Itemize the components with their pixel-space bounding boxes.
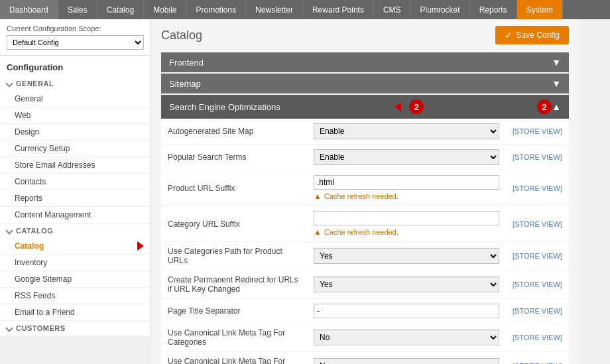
nav-item-catalog[interactable]: Catalog (97, 0, 144, 19)
warn-icon: ▲ (314, 227, 322, 237)
form-row-3: Category URL Suffix▲Cache refresh needed… (161, 206, 569, 242)
field-label-2: Product URL Suffix (161, 170, 307, 206)
save-config-button[interactable]: ✓ Save Config (495, 26, 569, 44)
field-select-4[interactable]: YesNo (314, 248, 499, 264)
sidebar-item-store-email-addresses[interactable]: Store Email Addresses (0, 157, 151, 174)
content-header: Catalog ✓ Save Config (161, 26, 569, 44)
warn-icon: ▲ (314, 192, 322, 201)
page-title: Catalog (161, 29, 202, 42)
nav-item-dashboard[interactable]: Dashboard (0, 0, 58, 19)
accordion-header-2[interactable]: Search Engine Optimizations22▲ (161, 95, 569, 119)
form-row-2: Product URL Suffix▲Cache refresh needed.… (161, 170, 569, 206)
sidebar-item-label: Catalog (15, 241, 44, 251)
sidebar-item-label: Reports (15, 194, 42, 203)
field-label-6: Page Title Separator (161, 299, 307, 324)
sidebar-item-catalog[interactable]: Catalog (0, 238, 151, 255)
cache-text: Cache refresh needed. (324, 192, 398, 200)
store-view-link-8[interactable]: [STORE VIEW] (506, 352, 569, 365)
store-view-link-4[interactable]: [STORE VIEW] (506, 242, 569, 271)
form-row-8: Use Canonical Link Meta Tag For Products… (161, 352, 569, 365)
nav-item-newsletter[interactable]: Newsletter (246, 0, 303, 19)
sidebar-group-general[interactable]: GENERAL (0, 76, 151, 91)
store-view-link-0[interactable]: [STORE VIEW] (506, 119, 569, 145)
sidebar-item-label: Email to a Friend (15, 308, 75, 317)
config-form-table: Autogenerated Site MapEnableDisable[STOR… (161, 119, 569, 364)
accordion-section-2: Search Engine Optimizations22▲Autogenera… (161, 95, 569, 364)
sidebar-item-inventory[interactable]: Inventory (0, 255, 151, 271)
field-label-5: Create Permanent Redirect for URLs if UR… (161, 271, 307, 299)
scope-select[interactable]: Default Config (7, 35, 144, 50)
field-select-8[interactable]: NoYes (314, 358, 499, 364)
active-indicator-arrow (137, 241, 144, 251)
header-arrow-pointer (395, 102, 401, 111)
group-arrow-general (5, 80, 13, 87)
scope-label: Current Configuration Scope: (7, 25, 144, 32)
sidebar-item-design[interactable]: Design (0, 124, 151, 141)
store-view-link-5[interactable]: [STORE VIEW] (506, 271, 569, 299)
form-row-7: Use Canonical Link Meta Tag For Categori… (161, 324, 569, 352)
sidebar-item-label: Inventory (15, 258, 47, 267)
field-input-6[interactable] (314, 304, 499, 318)
field-select-7[interactable]: NoYes (314, 330, 499, 345)
sidebar-item-label: Content Management (15, 210, 91, 219)
sidebar-item-email-to-a-friend[interactable]: Email to a Friend (0, 304, 151, 321)
store-view-link-7[interactable]: [STORE VIEW] (506, 324, 569, 352)
cache-text: Cache refresh needed. (324, 228, 398, 236)
accordion-section-0: Frontend▼ (161, 52, 569, 72)
sidebar-item-label: RSS Feeds (15, 291, 55, 300)
sidebar-item-content-management[interactable]: Content Management (0, 207, 151, 223)
section-badge: 2 (409, 99, 424, 114)
accordion-chevron-2: ▲ (552, 101, 561, 112)
cache-notice-3: ▲Cache refresh needed. (314, 227, 499, 237)
accordion-header-0[interactable]: Frontend▼ (161, 52, 569, 72)
sidebar-item-reports[interactable]: Reports (0, 190, 151, 207)
store-view-link-1[interactable]: [STORE VIEW] (506, 145, 569, 170)
nav-item-promotions[interactable]: Promotions (186, 0, 246, 19)
field-label-4: Use Categories Path for Product URLs (161, 242, 307, 271)
sidebar-item-label: Google Sitemap (15, 274, 72, 284)
section-content: Autogenerated Site MapEnableDisable[STOR… (161, 119, 569, 364)
sidebar-item-general[interactable]: General (0, 91, 151, 107)
nav-item-sales[interactable]: Sales (58, 0, 97, 19)
field-label-8: Use Canonical Link Meta Tag For Products (161, 352, 307, 365)
accordion-label-0: Frontend (169, 58, 204, 68)
field-label-0: Autogenerated Site Map (161, 119, 307, 145)
sidebar-item-web[interactable]: Web (0, 107, 151, 124)
nav-item-mobile[interactable]: Mobile (144, 0, 186, 19)
scope-selector: Current Configuration Scope: Default Con… (0, 19, 151, 56)
field-select-1[interactable]: EnableDisable (314, 149, 499, 165)
cache-notice-2: ▲Cache refresh needed. (314, 192, 499, 201)
store-view-link-3[interactable]: [STORE VIEW] (506, 206, 569, 242)
sidebar-item-google-sitemap[interactable]: Google Sitemap (0, 271, 151, 288)
accordion-chevron-1: ▼ (552, 78, 561, 89)
nav-item-reward-points[interactable]: Reward Points (303, 0, 374, 19)
sidebar-group-customers[interactable]: CUSTOMERS (0, 321, 151, 335)
form-row-0: Autogenerated Site MapEnableDisable[STOR… (161, 119, 569, 145)
sidebar-item-rss-feeds[interactable]: RSS Feeds (0, 288, 151, 304)
sidebar: Current Configuration Scope: Default Con… (0, 19, 151, 364)
store-view-link-2[interactable]: [STORE VIEW] (506, 170, 569, 206)
field-label-3: Category URL Suffix (161, 206, 307, 242)
sidebar-group-catalog[interactable]: CATALOG (0, 223, 151, 238)
group-label-catalog: CATALOG (16, 227, 53, 235)
nav-item-system[interactable]: System (517, 0, 563, 19)
top-nav: DashboardSalesCatalogMobilePromotionsNew… (0, 0, 610, 19)
field-select-5[interactable]: YesNo (314, 276, 499, 292)
sidebar-item-contacts[interactable]: Contacts (0, 174, 151, 190)
nav-item-cms[interactable]: CMS (374, 0, 411, 19)
field-label-1: Popular Search Terms (161, 145, 307, 170)
accordion-header-1[interactable]: Sitemap▼ (161, 74, 569, 93)
store-view-link-6[interactable]: [STORE VIEW] (506, 299, 569, 324)
section-badge-2: 2 (537, 99, 552, 114)
nav-item-reports[interactable]: Reports (470, 0, 517, 19)
save-icon: ✓ (505, 30, 513, 40)
nav-item-plumrocket[interactable]: Plumrocket (411, 0, 470, 19)
content-area: Catalog ✓ Save Config Frontend▼Sitemap▼S… (151, 19, 579, 364)
sidebar-item-label: Design (15, 127, 39, 137)
field-input-3[interactable] (314, 211, 499, 225)
field-select-0[interactable]: EnableDisable (314, 123, 499, 139)
sidebar-item-currency-setup[interactable]: Currency Setup (0, 141, 151, 157)
form-row-1: Popular Search TermsEnableDisable[STORE … (161, 145, 569, 170)
field-input-2[interactable] (314, 175, 499, 190)
form-row-4: Use Categories Path for Product URLsYesN… (161, 242, 569, 271)
